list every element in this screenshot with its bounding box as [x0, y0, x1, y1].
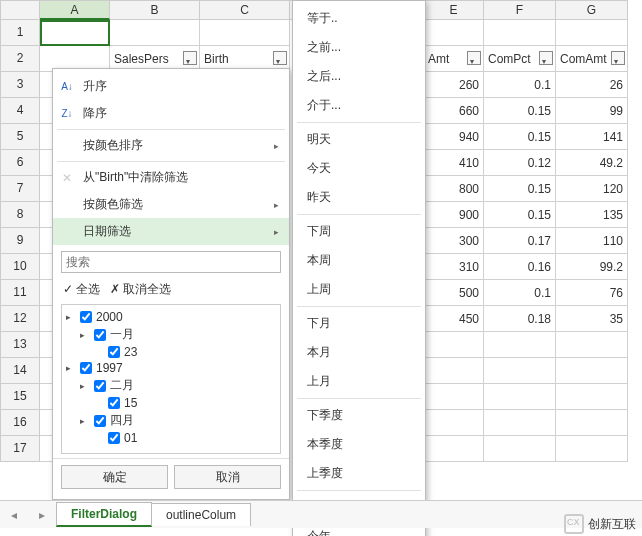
cell[interactable]: 0.18 — [484, 306, 556, 332]
cell[interactable] — [556, 332, 628, 358]
cell[interactable]: 0.1 — [484, 280, 556, 306]
cell[interactable] — [484, 410, 556, 436]
cell[interactable]: 0.15 — [484, 98, 556, 124]
tree-node[interactable]: 23 — [66, 344, 276, 360]
col-header-A[interactable]: A — [40, 0, 110, 20]
sheet-tab-filterdialog[interactable]: FilterDialog — [56, 502, 152, 527]
cell[interactable]: 35 — [556, 306, 628, 332]
row-header[interactable]: 1 — [0, 20, 40, 46]
cell[interactable]: 0.15 — [484, 176, 556, 202]
cell[interactable] — [556, 20, 628, 46]
filter-dropdown-button[interactable] — [611, 51, 625, 65]
cell[interactable]: ComPct — [484, 46, 556, 72]
tree-checkbox[interactable] — [94, 380, 106, 392]
filter-dropdown-button[interactable] — [183, 51, 197, 65]
cell[interactable]: 0.1 — [484, 72, 556, 98]
cell[interactable]: 0.15 — [484, 202, 556, 228]
cell[interactable]: 99.2 — [556, 254, 628, 280]
sort-desc[interactable]: Z↓降序 — [53, 100, 289, 127]
filter-dropdown-button[interactable] — [467, 51, 481, 65]
filter-dropdown-button[interactable] — [539, 51, 553, 65]
tree-checkbox[interactable] — [108, 346, 120, 358]
cell[interactable] — [556, 410, 628, 436]
date-filter-item[interactable]: 下月 — [293, 309, 425, 338]
filter-dropdown-button[interactable] — [273, 51, 287, 65]
col-header-B[interactable]: B — [110, 0, 200, 20]
tree-node[interactable]: ▸一月 — [66, 325, 276, 344]
date-filter-item[interactable]: 介于... — [293, 91, 425, 120]
date-filter-item[interactable]: 下季度 — [293, 401, 425, 430]
tree-node[interactable]: 01 — [66, 430, 276, 446]
tree-checkbox[interactable] — [108, 397, 120, 409]
ok-button[interactable]: 确定 — [61, 465, 168, 489]
cell[interactable]: 900 — [424, 202, 484, 228]
cell[interactable]: 0.15 — [484, 124, 556, 150]
cell[interactable] — [484, 384, 556, 410]
row-header[interactable]: 16 — [0, 410, 40, 436]
cell[interactable] — [424, 358, 484, 384]
cell[interactable]: 800 — [424, 176, 484, 202]
cell[interactable]: 260 — [424, 72, 484, 98]
row-header[interactable]: 17 — [0, 436, 40, 462]
cell[interactable] — [484, 358, 556, 384]
tree-toggle-icon[interactable]: ▸ — [66, 363, 76, 373]
cell[interactable]: 310 — [424, 254, 484, 280]
row-header[interactable]: 13 — [0, 332, 40, 358]
row-header[interactable]: 6 — [0, 150, 40, 176]
cell[interactable] — [484, 436, 556, 462]
tree-checkbox[interactable] — [108, 432, 120, 444]
cancel-button[interactable]: 取消 — [174, 465, 281, 489]
tree-node[interactable]: ▸二月 — [66, 376, 276, 395]
row-header[interactable]: 4 — [0, 98, 40, 124]
cell[interactable]: 26 — [556, 72, 628, 98]
sort-asc[interactable]: A↓升序 — [53, 73, 289, 100]
sheet-tab-outlinecolumn[interactable]: outlineColum — [151, 503, 251, 526]
sort-by-color[interactable]: 按颜色排序▸ — [53, 132, 289, 159]
cell[interactable] — [424, 436, 484, 462]
col-header-E[interactable]: E — [424, 0, 484, 20]
select-all-corner[interactable] — [0, 0, 40, 20]
row-header[interactable]: 15 — [0, 384, 40, 410]
tree-checkbox[interactable] — [94, 329, 106, 341]
filter-search-input[interactable] — [61, 251, 281, 273]
row-header[interactable]: 2 — [0, 46, 40, 72]
filter-by-color[interactable]: 按颜色筛选▸ — [53, 191, 289, 218]
row-header[interactable]: 7 — [0, 176, 40, 202]
cell[interactable] — [424, 410, 484, 436]
date-filters[interactable]: 日期筛选▸ — [53, 218, 289, 245]
tree-checkbox[interactable] — [80, 311, 92, 323]
cell[interactable]: 110 — [556, 228, 628, 254]
date-filter-item[interactable]: 之前... — [293, 33, 425, 62]
cell[interactable] — [424, 20, 484, 46]
cell[interactable] — [556, 358, 628, 384]
tree-checkbox[interactable] — [94, 415, 106, 427]
date-filter-item[interactable]: 上周 — [293, 275, 425, 304]
cell[interactable]: 300 — [424, 228, 484, 254]
date-filter-item[interactable]: 昨天 — [293, 183, 425, 212]
row-header[interactable]: 8 — [0, 202, 40, 228]
date-filter-item[interactable]: 本月 — [293, 338, 425, 367]
row-header[interactable]: 12 — [0, 306, 40, 332]
cell[interactable]: 410 — [424, 150, 484, 176]
cell[interactable]: 450 — [424, 306, 484, 332]
date-filter-item[interactable]: 等于.. — [293, 4, 425, 33]
row-header[interactable]: 10 — [0, 254, 40, 280]
cell[interactable]: 500 — [424, 280, 484, 306]
cell[interactable]: 0.17 — [484, 228, 556, 254]
tree-node[interactable]: 15 — [66, 395, 276, 411]
cell[interactable]: 0.16 — [484, 254, 556, 280]
col-header-G[interactable]: G — [556, 0, 628, 20]
col-header-F[interactable]: F — [484, 0, 556, 20]
filter-value-tree[interactable]: ▸2000▸一月23▸1997▸二月15▸四月01 — [61, 304, 281, 454]
deselect-all-link[interactable]: ✗ 取消全选 — [110, 282, 171, 296]
date-filter-item[interactable]: 之后... — [293, 62, 425, 91]
cell[interactable]: 76 — [556, 280, 628, 306]
tab-nav-next[interactable]: ▸ — [28, 508, 56, 522]
row-header[interactable]: 9 — [0, 228, 40, 254]
cell[interactable] — [484, 332, 556, 358]
date-filter-item[interactable]: 上月 — [293, 367, 425, 396]
cell[interactable]: 120 — [556, 176, 628, 202]
date-filter-item[interactable]: 上季度 — [293, 459, 425, 488]
row-header[interactable]: 5 — [0, 124, 40, 150]
cell[interactable]: 135 — [556, 202, 628, 228]
